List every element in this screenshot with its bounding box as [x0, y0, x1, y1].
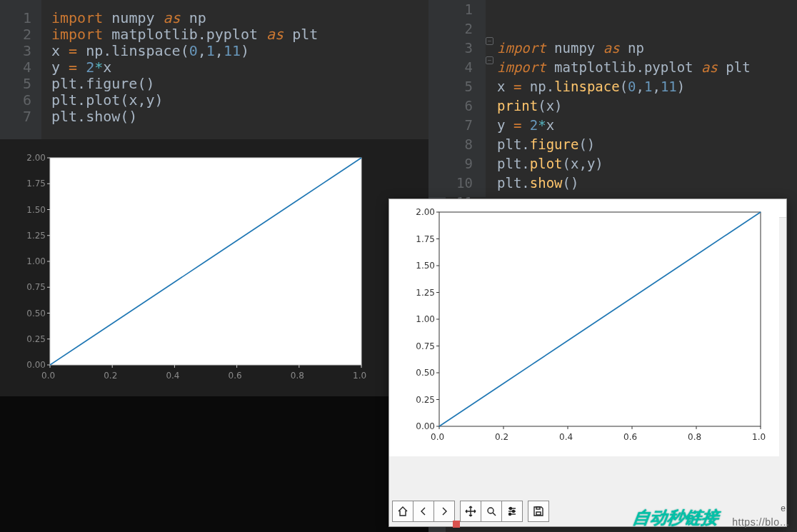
forward-button[interactable]: [433, 501, 455, 522]
svg-point-50: [509, 513, 511, 516]
left-inline-plot: 0.000.250.500.751.001.251.501.752.000.00…: [0, 139, 428, 396]
figure-toolbar: [392, 499, 548, 523]
svg-line-44: [493, 513, 496, 516]
watermark-url: https://blo…: [732, 516, 790, 528]
svg-rect-51: [536, 512, 541, 515]
figure-canvas: 0.000.250.500.751.001.251.501.752.000.00…: [389, 199, 779, 456]
back-button[interactable]: [413, 501, 434, 522]
figure-window[interactable]: Figure 1 0.000.250.500.751.001.251.501.7…: [389, 199, 787, 527]
pan-button[interactable]: [460, 501, 481, 522]
home-button[interactable]: [392, 501, 413, 522]
save-button[interactable]: [528, 501, 549, 522]
right-code[interactable]: import numpy as npimport matplotlib.pypl…: [486, 0, 797, 197]
fold-marker-icon[interactable]: −: [486, 37, 493, 45]
svg-point-43: [488, 508, 493, 513]
right-editor[interactable]: 1234567891011 import numpy as npimport m…: [428, 0, 797, 197]
zoom-button[interactable]: [481, 501, 502, 522]
left-editor[interactable]: 1234567 import numpy as npimport matplot…: [0, 0, 428, 139]
left-code[interactable]: import numpy as npimport matplotlib.pypl…: [41, 0, 428, 139]
watermark-logo: 自动秒链接: [631, 506, 720, 529]
svg-point-49: [513, 511, 515, 513]
fold-column: − −: [486, 37, 496, 76]
right-gutter: 1234567891011: [428, 0, 486, 197]
left-gutter: 1234567: [0, 0, 41, 139]
configure-button[interactable]: [501, 501, 523, 522]
svg-point-48: [510, 508, 512, 510]
run-indicator: [453, 521, 460, 528]
fold-marker-icon[interactable]: −: [486, 56, 493, 64]
watermark-small: e: [781, 503, 786, 513]
svg-rect-52: [536, 507, 540, 509]
